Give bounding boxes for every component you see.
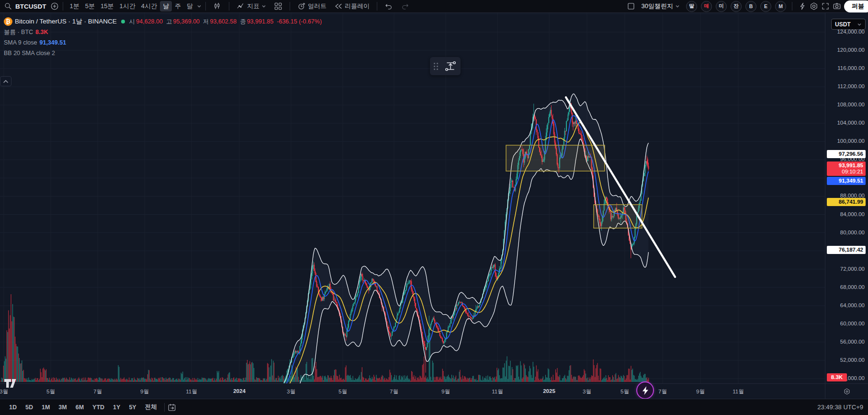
chevron-up-icon — [3, 80, 9, 83]
time-tick-5월: 5월 — [46, 388, 55, 395]
chart-style-button[interactable] — [210, 1, 225, 12]
symbol-legend-row[interactable]: ₿ Bitcoin / TetherUS · 1날 · BINANCE 시94,… — [4, 16, 323, 27]
profile-badge-딸[interactable]: 딸 — [686, 1, 697, 12]
last-price-label: 93,991.8509:10:21 — [827, 161, 866, 176]
time-axis[interactable]: 3월5월7월9월11월20243월5월7월9월11월20253월5월7월9월11… — [0, 383, 825, 399]
legend-collapse-button[interactable] — [0, 76, 11, 86]
interval-5분[interactable]: 5분 — [82, 1, 98, 12]
indicators-button[interactable]: 지표 — [233, 1, 270, 12]
profile-badge-E[interactable]: E — [760, 1, 771, 12]
settings-gear-icon[interactable] — [810, 2, 818, 11]
replay-icon — [334, 2, 343, 11]
indicators-label: 지표 — [247, 2, 259, 11]
quick-actions-zap-icon[interactable] — [798, 2, 807, 11]
profile-badge-group: 딸매미잔BEM — [686, 1, 786, 12]
interval-1분[interactable]: 1분 — [67, 1, 82, 12]
ohlc-key: 저 — [203, 18, 209, 25]
date-price-range-tool-icon[interactable] — [443, 59, 458, 73]
boost-lightning-button[interactable] — [636, 381, 654, 399]
chevron-down-icon — [857, 22, 862, 27]
price-tick: 112,000.00 — [837, 83, 865, 89]
challenge-button[interactable]: 30일챌린지 — [638, 1, 683, 12]
ohlc-values: 시94,628.00고95,369.00저93,602.58종93,991.85… — [129, 18, 323, 26]
divider — [377, 2, 377, 11]
bb-upper-price-label: 97,296.56 — [827, 150, 866, 158]
replay-label: 리플레이 — [345, 2, 370, 11]
axis-settings-corner[interactable] — [825, 383, 868, 399]
price-axis[interactable]: USDT 124,000.00120,000.00116,000.00112,0… — [825, 13, 868, 383]
profile-badge-매[interactable]: 매 — [701, 1, 712, 12]
layout-button[interactable] — [271, 1, 286, 12]
range-전체[interactable]: 전체 — [141, 402, 161, 413]
profile-badge-B[interactable]: B — [745, 1, 756, 12]
drag-handle-icon[interactable] — [434, 63, 441, 70]
symbol-button[interactable]: BTCUSDT — [13, 1, 49, 12]
undo-icon — [384, 2, 393, 11]
divider — [792, 2, 792, 11]
time-tick-7월: 7월 — [658, 388, 667, 395]
bitcoin-logo-icon: ₿ — [4, 17, 12, 26]
price-chart-canvas[interactable] — [0, 13, 825, 383]
interval-4시간[interactable]: 4시간 — [138, 1, 160, 12]
range-5D[interactable]: 5D — [21, 402, 37, 413]
search-icon[interactable] — [4, 2, 12, 11]
redo-button[interactable] — [397, 1, 413, 12]
bb-legend-row[interactable]: BB 20 SMA close 2 — [4, 48, 323, 58]
sma-legend-row[interactable]: SMA 9 close 91,349.51 — [4, 37, 323, 48]
range-1D[interactable]: 1D — [5, 402, 21, 413]
price-tick: 52,000.00 — [840, 357, 865, 363]
chevron-down-icon — [675, 4, 680, 9]
time-tick-9월: 9월 — [696, 388, 705, 395]
currency-selector[interactable]: USDT — [831, 19, 866, 30]
interval-날[interactable]: 날 — [160, 1, 172, 12]
market-open-dot-icon — [121, 20, 125, 23]
range-YTD[interactable]: YTD — [88, 402, 109, 413]
add-symbol-icon[interactable] — [50, 2, 59, 11]
profile-badge-M[interactable]: M — [775, 1, 786, 12]
interval-group: 1분5분15분1시간4시간날주달 — [67, 1, 196, 12]
tradingview-app: BTCUSDT 1분5분15분1시간4시간날주달 지표 얼러트 — [0, 0, 868, 415]
publish-button[interactable]: 퍼블 — [844, 0, 868, 12]
volume-label: 볼륨 · BTC — [4, 28, 33, 36]
chart-pane[interactable]: ₿ Bitcoin / TetherUS · 1날 · BINANCE 시94,… — [0, 13, 825, 383]
fullscreen-icon[interactable] — [821, 2, 830, 11]
time-tick-2024: 2024 — [233, 388, 246, 394]
profile-badge-미[interactable]: 미 — [716, 1, 727, 12]
session-clock[interactable]: 23:49:38 UTC+9 — [817, 403, 863, 411]
range-5Y[interactable]: 5Y — [124, 402, 140, 413]
interval-1시간[interactable]: 1시간 — [116, 1, 138, 12]
replay-button[interactable]: 리플레이 — [331, 1, 373, 12]
interval-달[interactable]: 달 — [184, 1, 196, 12]
volume-legend-row[interactable]: 볼륨 · BTC 8.3K — [4, 27, 323, 37]
chevron-down-icon[interactable] — [197, 4, 202, 9]
highlight-box-1[interactable] — [506, 145, 605, 171]
price-tick: 104,000.00 — [837, 120, 865, 126]
lightning-icon — [642, 386, 649, 395]
bottom-toolbar: 1D5D1M3M6MYTD1Y5Y전체 23:49:38 UTC+9 — [0, 399, 868, 415]
price-tick: 108,000.00 — [837, 102, 865, 107]
candlestick-icon — [213, 2, 222, 11]
undo-button[interactable] — [381, 1, 396, 12]
time-tick-11월: 11월 — [186, 388, 197, 395]
range-6M[interactable]: 6M — [71, 402, 88, 413]
alert-button[interactable]: 얼러트 — [294, 1, 330, 12]
goto-date-calendar-icon[interactable] — [168, 403, 176, 412]
floating-drawing-toolbar[interactable] — [430, 57, 461, 75]
interval-15분[interactable]: 15분 — [98, 1, 116, 12]
trendline-drawing[interactable] — [566, 97, 675, 277]
range-3M[interactable]: 3M — [54, 402, 71, 413]
price-tick: 72,000.00 — [840, 266, 865, 272]
watchlist-square-icon[interactable] — [627, 2, 635, 11]
range-1M[interactable]: 1M — [37, 402, 54, 413]
tradingview-logo[interactable] — [4, 378, 19, 391]
profile-badge-잔[interactable]: 잔 — [731, 1, 742, 12]
price-tick: 116,000.00 — [837, 65, 865, 71]
axis-gear-icon[interactable] — [843, 388, 851, 395]
symbol-title[interactable]: Bitcoin / TetherUS · 1날 · BINANCE — [15, 17, 117, 26]
sma9-price-label: 91,349.51 — [827, 177, 866, 185]
highlight-box-2[interactable] — [594, 205, 642, 228]
camera-snapshot-icon[interactable] — [833, 2, 841, 11]
range-1Y[interactable]: 1Y — [109, 402, 124, 413]
time-tick-11월: 11월 — [492, 388, 503, 395]
interval-주[interactable]: 주 — [172, 1, 184, 12]
